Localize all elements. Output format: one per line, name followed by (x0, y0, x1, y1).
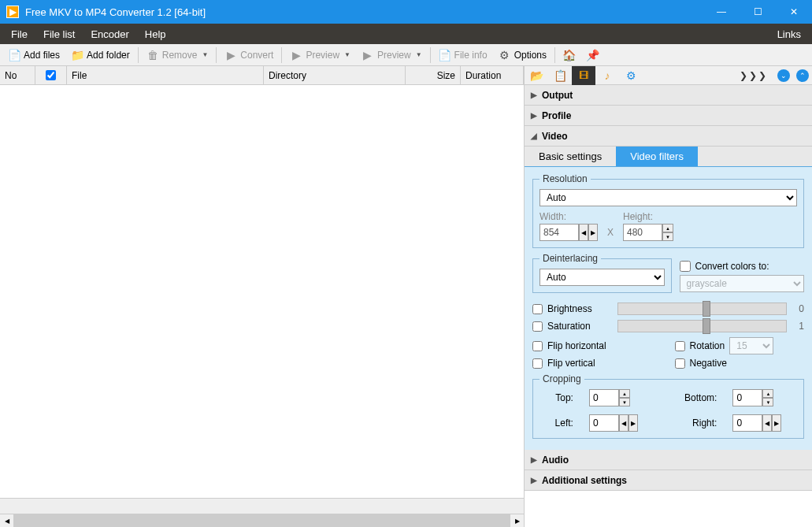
convert-button[interactable]: ▶Convert (220, 47, 278, 63)
triangle-right-icon: ▶ (531, 91, 537, 99)
dimension-separator: X (607, 227, 614, 241)
preview-label-1: Preview (306, 50, 339, 61)
deinterlacing-fieldset: Deinterlacing Auto (532, 253, 672, 293)
deinterlacing-select[interactable]: Auto (539, 269, 665, 286)
brightness-slider[interactable] (617, 302, 787, 315)
scroll-right-button[interactable]: ▶ (510, 514, 524, 527)
tab-audio[interactable]: ♪ (595, 66, 619, 85)
gear-icon: ⚙ (625, 69, 637, 82)
width-decrease-button[interactable]: ◀ (579, 224, 588, 241)
crop-top-input[interactable] (589, 389, 619, 406)
add-files-label: Add files (24, 50, 60, 61)
add-folder-label: Add folder (87, 50, 130, 61)
crop-top-down[interactable]: ▼ (619, 398, 630, 406)
resolution-select[interactable]: Auto (539, 189, 797, 206)
subtab-video-filters[interactable]: Video filters (616, 147, 698, 166)
add-files-button[interactable]: 📄Add files (3, 47, 65, 63)
file-info-button[interactable]: 📄File info (434, 47, 492, 63)
crop-top-up[interactable]: ▲ (619, 389, 630, 398)
col-no[interactable]: No (0, 66, 35, 84)
crop-bottom-up[interactable]: ▲ (762, 389, 773, 398)
crop-right-input[interactable] (732, 414, 762, 432)
crop-left-dec[interactable]: ◀ (619, 414, 628, 432)
rotation-checkbox[interactable] (675, 341, 685, 351)
menu-file-list[interactable]: File list (35, 25, 83, 43)
col-checkbox[interactable] (35, 66, 67, 84)
crop-left-label: Left: (539, 418, 573, 429)
table-body[interactable] (0, 85, 524, 498)
preview-button-1[interactable]: ▶Preview▼ (285, 47, 355, 63)
negative-checkbox[interactable] (675, 358, 685, 369)
col-directory[interactable]: Directory (264, 66, 406, 84)
section-output[interactable]: ▶Output (525, 85, 812, 106)
select-all-checkbox[interactable] (46, 70, 56, 80)
menu-links[interactable]: Links (769, 25, 809, 43)
tab-video[interactable]: 🎞 (572, 66, 595, 85)
crop-right-dec[interactable]: ◀ (762, 414, 772, 432)
width-increase-button[interactable]: ▶ (588, 224, 598, 241)
toolbar: 📄Add files 📁Add folder 🗑Remove▼ ▶Convert… (0, 44, 812, 66)
expand-down-button[interactable]: ⌄ (777, 69, 790, 82)
saturation-checkbox[interactable] (532, 321, 543, 332)
col-duration[interactable]: Duration (461, 66, 524, 84)
width-label: Width: (539, 211, 598, 222)
tab-folder[interactable]: 📂 (525, 66, 548, 85)
maximize-button[interactable]: ☐ (740, 0, 776, 24)
convert-colors-checkbox[interactable] (680, 261, 691, 272)
crop-bottom-input[interactable] (732, 389, 762, 406)
scroll-left-button[interactable]: ◀ (0, 514, 13, 527)
height-input[interactable] (623, 224, 662, 241)
subtab-basic-settings[interactable]: Basic settings (525, 147, 616, 166)
video-filters-form: Resolution Auto Width: ◀▶ X Height: ▲▼ (525, 167, 812, 450)
crop-left-input[interactable] (589, 414, 619, 432)
brightness-value: 0 (793, 303, 804, 314)
section-audio[interactable]: ▶Audio (525, 450, 812, 470)
preview-button-2[interactable]: ▶Preview▼ (357, 47, 427, 63)
saturation-slider[interactable] (617, 320, 787, 332)
triangle-right-icon: ▶ (531, 476, 537, 484)
section-profile[interactable]: ▶Profile (525, 106, 812, 126)
options-button[interactable]: ⚙Options (494, 47, 551, 63)
add-folder-button[interactable]: 📁Add folder (66, 47, 135, 63)
flip-vertical-label: Flip vertical (547, 358, 595, 369)
section-additional[interactable]: ▶Additional settings (525, 470, 812, 491)
flip-horizontal-checkbox[interactable] (532, 341, 543, 351)
scroll-thumb[interactable] (13, 514, 510, 527)
brightness-checkbox[interactable] (532, 304, 543, 314)
menu-help[interactable]: Help (137, 25, 174, 43)
brightness-label: Brightness (547, 303, 592, 314)
resolution-legend: Resolution (539, 173, 591, 184)
section-video[interactable]: ◢Video (525, 126, 812, 147)
height-increase-button[interactable]: ▲ (662, 224, 673, 232)
horizontal-scrollbar[interactable]: ◀ ▶ (0, 514, 524, 527)
menu-encoder[interactable]: Encoder (83, 25, 136, 43)
menubar: File File list Encoder Help Links (0, 24, 812, 44)
profile-icon: 📋 (554, 69, 566, 82)
col-file[interactable]: File (67, 66, 264, 84)
status-bar (0, 498, 524, 514)
height-decrease-button[interactable]: ▼ (662, 232, 673, 241)
crop-left-inc[interactable]: ▶ (628, 414, 638, 432)
col-size[interactable]: Size (406, 66, 461, 84)
convert-colors-select[interactable]: grayscale (680, 275, 805, 292)
preview-icon: ▶ (290, 49, 302, 61)
home-button[interactable]: 🏠 (558, 47, 580, 63)
crop-right-label: Right: (669, 418, 717, 429)
section-output-label: Output (542, 90, 573, 101)
collapse-up-button[interactable]: ⌃ (796, 69, 809, 82)
close-button[interactable]: ✕ (776, 0, 812, 24)
width-input[interactable] (539, 224, 579, 241)
minimize-button[interactable]: — (703, 0, 740, 24)
menu-file[interactable]: File (3, 25, 35, 43)
triangle-right-icon: ▶ (531, 455, 537, 464)
remove-button[interactable]: 🗑Remove▼ (142, 47, 213, 63)
tab-settings[interactable]: ⚙ (619, 66, 643, 85)
tab-profile[interactable]: 📋 (548, 66, 572, 85)
flip-vertical-checkbox[interactable] (532, 358, 543, 369)
more-chevrons[interactable]: ❯❯❯ (643, 70, 774, 81)
convert-label: Convert (240, 50, 273, 61)
pin-button[interactable]: 📌 (582, 47, 604, 63)
crop-bottom-down[interactable]: ▼ (762, 398, 773, 406)
crop-right-inc[interactable]: ▶ (772, 414, 781, 432)
rotation-select[interactable]: 15 (729, 337, 773, 354)
